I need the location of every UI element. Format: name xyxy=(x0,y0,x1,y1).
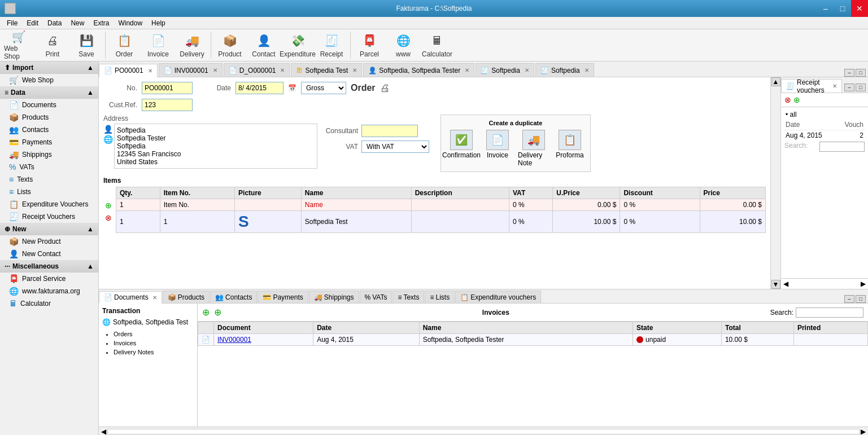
add-item-btn[interactable]: ⊕ xyxy=(103,200,114,210)
date-input[interactable] xyxy=(235,82,283,94)
tab-softpedia-2[interactable]: 🧾 Softpedia ✕ xyxy=(535,63,594,77)
bottom-scroll-track[interactable] xyxy=(107,429,860,434)
toolbar-invoice[interactable]: 📄 Invoice xyxy=(142,30,175,60)
tab-d-o000001[interactable]: 📄 D_O000001 ✕ xyxy=(224,63,290,77)
receipt-search-input[interactable] xyxy=(819,142,865,152)
tab-po00001[interactable]: 📄 PO00001 ✕ xyxy=(99,64,158,77)
bottom-tab-payments[interactable]: 💳 Payments xyxy=(258,291,308,303)
sidebar-item-contacts[interactable]: 👥 Contacts xyxy=(0,124,98,136)
bottom-tab-contacts[interactable]: 👥 Contacts xyxy=(210,291,257,303)
sidebar-item-products[interactable]: 📦 Products xyxy=(0,111,98,124)
scroll-up[interactable]: ▲ xyxy=(771,77,780,86)
toolbar-www[interactable]: 🌐 www xyxy=(387,30,420,60)
receipt-all-item[interactable]: • all xyxy=(783,109,866,120)
date-picker-btn[interactable]: 📅 xyxy=(288,84,296,92)
tab-softpedia-1-close[interactable]: ✕ xyxy=(525,67,529,73)
menu-edit[interactable]: Edit xyxy=(22,18,43,28)
sidebar-item-expenditure-vouchers[interactable]: 📋 Expenditure Vouchers xyxy=(0,198,98,210)
sidebar-item-www[interactable]: 🌐 www.fakturama.org xyxy=(0,285,98,297)
invoices-add2-btn[interactable]: ⊕ xyxy=(214,307,221,318)
menu-file[interactable]: File xyxy=(2,18,22,28)
receipt-vouchers-tab[interactable]: 🧾 Receipt vouchers ✕ xyxy=(781,79,842,93)
toolbar-webshop[interactable]: 🛒 Web Shop xyxy=(2,30,35,60)
toolbar-expenditure[interactable]: 💸 Expenditure xyxy=(281,30,314,60)
sidebar-item-lists[interactable]: ≡ Lists xyxy=(0,186,98,198)
toolbar-delivery[interactable]: 🚚 Delivery xyxy=(176,30,208,60)
doc-maximize-btn[interactable]: □ xyxy=(856,69,866,77)
sidebar-item-vats[interactable]: % VATs xyxy=(0,161,98,173)
receipt-minimize-btn[interactable]: – xyxy=(844,84,854,91)
receipt-add-btn[interactable]: ⊕ xyxy=(793,95,800,104)
sidebar-section-import[interactable]: ⬆ Import ▲ xyxy=(0,61,98,74)
gross-select[interactable]: Gross Net xyxy=(301,82,346,94)
no-input[interactable] xyxy=(142,82,193,94)
dup-btn-delivery[interactable]: 🚚 Delivery Note xyxy=(518,130,549,167)
transaction-orders[interactable]: Orders xyxy=(114,329,194,339)
receipt-scroll-left[interactable]: ◀ xyxy=(783,280,788,288)
menu-new[interactable]: New xyxy=(66,18,89,28)
order-print-icon[interactable]: 🖨 xyxy=(380,82,390,94)
menu-data[interactable]: Data xyxy=(43,18,66,28)
table-row[interactable]: 1 Item No. Name 0 % 0.00 $ 0 % 0.00 $ xyxy=(116,199,766,211)
menu-window[interactable]: Window xyxy=(114,18,147,28)
sidebar-item-parcel[interactable]: 📮 Parcel Service xyxy=(0,273,98,285)
tab-softpedia-test-close[interactable]: ✕ xyxy=(352,67,357,73)
tab-softpedia-tester[interactable]: 👤 Softpedia, Softpedia Tester ✕ xyxy=(363,63,474,77)
sidebar-section-data[interactable]: ≡ Data ▲ xyxy=(0,86,98,99)
sidebar-item-calculator[interactable]: 🖩 Calculator xyxy=(0,297,98,310)
consultant-input[interactable] xyxy=(361,125,418,137)
bottom-tab-texts[interactable]: ≡ Texts xyxy=(392,291,424,303)
receipt-maximize-btn[interactable]: □ xyxy=(856,84,866,91)
sidebar-item-new-product[interactable]: 📦 New Product xyxy=(0,235,98,248)
toolbar-product[interactable]: 📦 Product xyxy=(213,30,246,60)
tab-softpedia-tester-close[interactable]: ✕ xyxy=(465,67,469,73)
sidebar-item-receipt-vouchers[interactable]: 🧾 Receipt Vouchers xyxy=(0,210,98,223)
invoices-search-input[interactable] xyxy=(796,307,863,318)
bottom-maximize-btn[interactable]: □ xyxy=(856,295,866,303)
receipt-remove-btn[interactable]: ⊗ xyxy=(784,95,791,104)
menu-help[interactable]: Help xyxy=(147,18,170,28)
receipt-scroll-right[interactable]: ▶ xyxy=(861,280,866,288)
dup-btn-confirmation[interactable]: ✅ Confirmation xyxy=(446,130,477,167)
toolbar-parcel[interactable]: 📮 Parcel xyxy=(353,30,386,60)
sidebar-item-new-contact[interactable]: 👤 New Contact xyxy=(0,248,98,260)
toolbar-save[interactable]: 💾 Save xyxy=(70,30,103,60)
bottom-tab-documents[interactable]: 📄 Documents ✕ xyxy=(99,291,162,304)
dup-btn-invoice[interactable]: 📄 Invoice xyxy=(482,130,513,167)
scroll-down[interactable]: ▼ xyxy=(771,280,780,289)
remove-item-btn[interactable]: ⊗ xyxy=(103,213,114,223)
sidebar-item-shippings[interactable]: 🚚 Shippings xyxy=(0,148,98,161)
transaction-invoices[interactable]: Invoices xyxy=(114,339,194,348)
tab-d-o000001-close[interactable]: ✕ xyxy=(280,67,285,73)
tab-softpedia-1[interactable]: 🧾 Softpedia ✕ xyxy=(476,63,534,77)
bottom-tab-shippings[interactable]: 🚚 Shippings xyxy=(309,291,359,303)
sidebar-item-webshop[interactable]: 🛒 Web Shop xyxy=(0,74,98,86)
sidebar-section-misc[interactable]: ··· Miscellaneous ▲ xyxy=(0,260,98,273)
cust-ref-input[interactable] xyxy=(142,99,193,111)
toolbar-print[interactable]: 🖨 Print xyxy=(36,30,69,60)
toolbar-receipt[interactable]: 🧾 Receipt xyxy=(315,30,348,60)
toolbar-calculator[interactable]: 🖩 Calculator xyxy=(421,30,453,60)
bottom-documents-close[interactable]: ✕ xyxy=(152,295,157,301)
close-btn[interactable]: ✕ xyxy=(851,0,868,17)
table-row[interactable]: 📄 INV000001 Aug 4, 2015 Softpedia, Softp… xyxy=(198,334,868,346)
maximize-btn[interactable]: □ xyxy=(834,0,851,17)
sidebar-item-payments[interactable]: 💳 Payments xyxy=(0,136,98,148)
bottom-scroll-left[interactable]: ◀ xyxy=(101,428,106,436)
toolbar-order[interactable]: 📋 Order xyxy=(108,30,141,60)
table-row[interactable]: 1 1 S Softpedia Test 0 % 10.00 $ xyxy=(116,211,766,233)
inv-row1-doc-link[interactable]: INV000001 xyxy=(217,336,251,344)
doc-minimize-btn[interactable]: – xyxy=(844,69,854,77)
sidebar-item-documents[interactable]: 📄 Documents xyxy=(0,99,98,111)
bottom-tab-products[interactable]: 📦 Products xyxy=(163,291,210,303)
bottom-minimize-btn[interactable]: – xyxy=(844,295,854,303)
toolbar-contact[interactable]: 👤 Contact xyxy=(247,30,280,60)
receipt-vouchers-tab-close[interactable]: ✕ xyxy=(832,83,837,89)
bottom-tab-lists[interactable]: ≡ Lists xyxy=(425,291,455,303)
tab-inv000001-close[interactable]: ✕ xyxy=(213,67,217,73)
tab-softpedia-2-close[interactable]: ✕ xyxy=(585,67,589,73)
dup-btn-proforma[interactable]: 📋 Proforma xyxy=(554,130,586,167)
transaction-delivery-notes[interactable]: Delivery Notes xyxy=(114,348,194,357)
invoices-add-btn[interactable]: ⊕ xyxy=(202,307,210,318)
sidebar-item-texts[interactable]: ≡ Texts xyxy=(0,173,98,186)
